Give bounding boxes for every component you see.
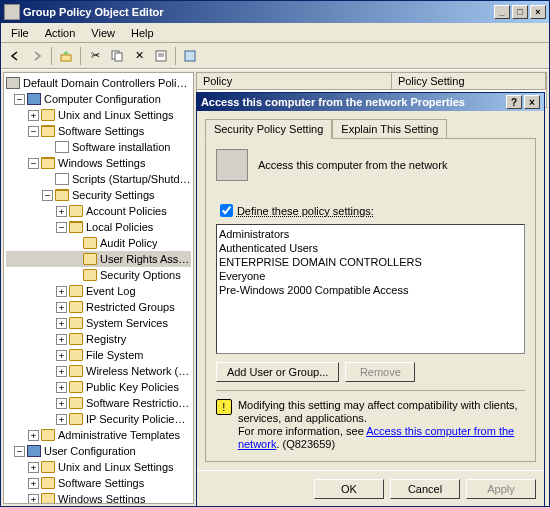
listbox-buttons: Add User or Group... Remove xyxy=(216,362,525,382)
define-checkbox-row: Define these policy settings: xyxy=(216,201,525,220)
tree-computer-config[interactable]: −Computer Configuration xyxy=(6,91,191,107)
svg-rect-2 xyxy=(115,53,122,61)
apply-button[interactable]: Apply xyxy=(466,479,536,499)
menu-file[interactable]: File xyxy=(3,25,37,41)
dialog-help-button[interactable]: ? xyxy=(506,95,522,109)
policy-header: Access this computer from the network xyxy=(216,149,525,189)
up-button[interactable] xyxy=(56,46,76,66)
tree-scripts[interactable]: Scripts (Startup/Shutdown) xyxy=(6,171,191,187)
tree-user-config[interactable]: −User Configuration xyxy=(6,443,191,459)
properties-dialog: Access this computer from the network Pr… xyxy=(196,92,545,506)
tree-windows-settings2[interactable]: +Windows Settings xyxy=(6,491,191,504)
add-user-button[interactable]: Add User or Group... xyxy=(216,362,340,382)
policy-icon-large xyxy=(216,149,248,181)
minimize-button[interactable]: _ xyxy=(494,5,510,19)
right-pane: Policy Policy Setting Access this comput… xyxy=(196,72,547,504)
tree-audit-policy[interactable]: Audit Policy xyxy=(6,235,191,251)
tabs: Security Policy Setting Explain This Set… xyxy=(205,119,536,138)
users-listbox[interactable]: Administrators Authenticated Users ENTER… xyxy=(216,224,525,354)
properties-icon[interactable] xyxy=(151,46,171,66)
tree-event-log[interactable]: +Event Log xyxy=(6,283,191,299)
tree-system-services[interactable]: +System Services xyxy=(6,315,191,331)
col-policy[interactable]: Policy xyxy=(197,73,392,89)
define-checkbox[interactable] xyxy=(220,204,233,217)
app-icon xyxy=(4,4,20,20)
back-button[interactable] xyxy=(5,46,25,66)
tree-view[interactable]: Default Domain Controllers Policy [w2k3-… xyxy=(3,72,194,504)
list-item[interactable]: ENTERPRISE DOMAIN CONTROLLERS xyxy=(219,255,522,269)
svg-rect-6 xyxy=(185,51,195,61)
content-area: Default Domain Controllers Policy [w2k3-… xyxy=(1,69,549,506)
warning-text: Modifying this setting may affect compat… xyxy=(238,399,525,451)
tree-account-policies[interactable]: +Account Policies xyxy=(6,203,191,219)
forward-button[interactable] xyxy=(27,46,47,66)
tree-unix-linux2[interactable]: +Unix and Linux Settings xyxy=(6,459,191,475)
menu-help[interactable]: Help xyxy=(123,25,162,41)
warning-box: ! Modifying this setting may affect comp… xyxy=(216,390,525,451)
list-item[interactable]: Pre-Windows 2000 Compatible Access xyxy=(219,283,522,297)
tree-software-settings[interactable]: −Software Settings xyxy=(6,123,191,139)
tree-admin-templates[interactable]: +Administrative Templates xyxy=(6,427,191,443)
tree-registry[interactable]: +Registry xyxy=(6,331,191,347)
tree-windows-settings[interactable]: −Windows Settings xyxy=(6,155,191,171)
warning-icon: ! xyxy=(216,399,232,415)
close-button[interactable]: × xyxy=(530,5,546,19)
list-item[interactable]: Authenticated Users xyxy=(219,241,522,255)
svg-rect-0 xyxy=(61,55,71,61)
list-item[interactable]: Administrators xyxy=(219,227,522,241)
dialog-title: Access this computer from the network Pr… xyxy=(201,96,465,108)
tab-security[interactable]: Security Policy Setting xyxy=(205,119,332,139)
tree-local-policies[interactable]: −Local Policies xyxy=(6,219,191,235)
titlebar: Group Policy Object Editor _ □ × xyxy=(1,1,549,23)
tree-software-restriction[interactable]: +Software Restriction Policies xyxy=(6,395,191,411)
tree-software-install[interactable]: Software installation xyxy=(6,139,191,155)
list-header: Policy Policy Setting xyxy=(196,72,547,90)
dialog-close-button[interactable]: × xyxy=(524,95,540,109)
menu-view[interactable]: View xyxy=(83,25,123,41)
tree-restricted-groups[interactable]: +Restricted Groups xyxy=(6,299,191,315)
delete-icon[interactable]: ✕ xyxy=(129,46,149,66)
refresh-icon[interactable] xyxy=(180,46,200,66)
tree-public-key[interactable]: +Public Key Policies xyxy=(6,379,191,395)
tree-software-settings2[interactable]: +Software Settings xyxy=(6,475,191,491)
ok-button[interactable]: OK xyxy=(314,479,384,499)
tree-security-options[interactable]: Security Options xyxy=(6,267,191,283)
copy-icon[interactable] xyxy=(107,46,127,66)
tree-wireless[interactable]: +Wireless Network (IEEE 802. xyxy=(6,363,191,379)
menubar: File Action View Help xyxy=(1,23,549,43)
policy-name-label: Access this computer from the network xyxy=(258,159,448,171)
remove-button[interactable]: Remove xyxy=(345,362,415,382)
cut-icon[interactable]: ✂ xyxy=(85,46,105,66)
define-checkbox-label: Define these policy settings: xyxy=(237,205,374,217)
col-setting[interactable]: Policy Setting xyxy=(392,73,546,89)
menu-action[interactable]: Action xyxy=(37,25,84,41)
tree-ip-security[interactable]: +IP Security Policies on Active xyxy=(6,411,191,427)
main-window: Group Policy Object Editor _ □ × File Ac… xyxy=(0,0,550,507)
maximize-button[interactable]: □ xyxy=(512,5,528,19)
window-title: Group Policy Object Editor xyxy=(23,6,492,18)
list-item[interactable]: Everyone xyxy=(219,269,522,283)
toolbar: ✂ ✕ xyxy=(1,43,549,69)
cancel-button[interactable]: Cancel xyxy=(390,479,460,499)
tab-explain[interactable]: Explain This Setting xyxy=(332,119,447,138)
tree-security-settings[interactable]: −Security Settings xyxy=(6,187,191,203)
dialog-titlebar: Access this computer from the network Pr… xyxy=(197,93,544,111)
tree-file-system[interactable]: +File System xyxy=(6,347,191,363)
tree-user-rights[interactable]: User Rights Assignment xyxy=(6,251,191,267)
tree-unix-linux[interactable]: +Unix and Linux Settings xyxy=(6,107,191,123)
dialog-body: Security Policy Setting Explain This Set… xyxy=(197,111,544,470)
tree-root[interactable]: Default Domain Controllers Policy [w2k3-… xyxy=(6,75,191,91)
dialog-buttons: OK Cancel Apply xyxy=(197,470,544,506)
tab-panel: Access this computer from the network De… xyxy=(205,138,536,462)
